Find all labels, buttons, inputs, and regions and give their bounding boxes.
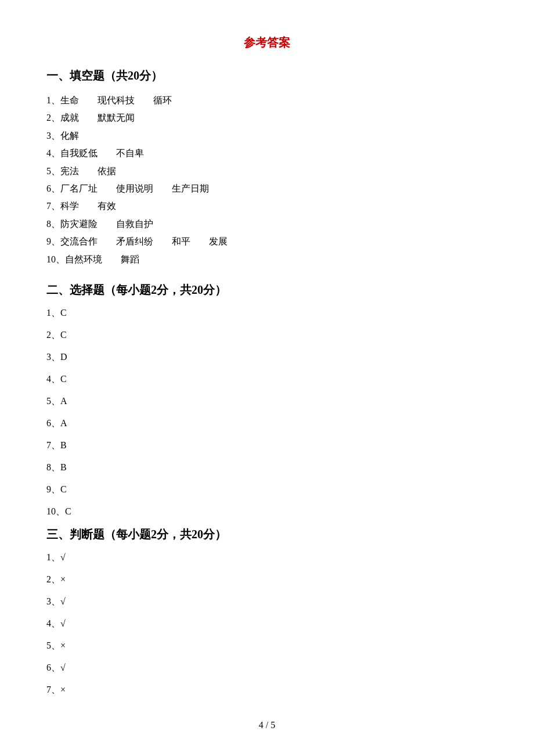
choice-item-6: 6、A [46,416,488,430]
fill-section-title: 一、填空题（共20分） [46,68,488,84]
choice-items: 1、C2、C3、D4、C5、A6、A7、B8、B9、C10、C [46,306,488,519]
fill-item-8: 8、防灾避险 自救自护 [46,215,488,233]
judge-item-5: 5、× [46,639,488,653]
fill-items: 1、生命 现代科技 循环2、成就 默默无闻3、化解4、自我贬低 不自卑5、宪法 … [46,92,488,268]
choice-item-2: 2、C [46,328,488,342]
fill-item-3: 3、化解 [46,127,488,145]
choice-section-title: 二、选择题（每小题2分，共20分） [46,282,488,298]
choice-item-1: 1、C [46,306,488,320]
judge-item-4: 4、√ [46,617,488,631]
judge-item-2: 2、× [46,573,488,586]
fill-item-6: 6、厂名厂址 使用说明 生产日期 [46,180,488,197]
fill-item-1: 1、生命 现代科技 循环 [46,92,488,109]
judge-item-1: 1、√ [46,550,488,564]
fill-item-4: 4、自我贬低 不自卑 [46,145,488,162]
judge-section: 三、判断题（每小题2分，共20分） 1、√2、×3、√4、√5、×6、√7、× [46,527,488,697]
choice-item-9: 9、C [46,483,488,496]
choice-item-8: 8、B [46,460,488,474]
judge-item-6: 6、√ [46,661,488,675]
choice-item-4: 4、C [46,372,488,386]
choice-section: 二、选择题（每小题2分，共20分） 1、C2、C3、D4、C5、A6、A7、B8… [46,282,488,519]
fill-item-5: 5、宪法 依据 [46,163,488,180]
choice-item-10: 10、C [46,505,488,519]
judge-item-3: 3、√ [46,595,488,609]
fill-item-2: 2、成就 默默无闻 [46,109,488,127]
choice-item-7: 7、B [46,438,488,452]
fill-item-10: 10、自然环境 舞蹈 [46,251,488,268]
fill-item-7: 7、科学 有效 [46,197,488,215]
page-title: 参考答案 [46,35,488,51]
judge-section-title: 三、判断题（每小题2分，共20分） [46,527,488,542]
fill-section: 一、填空题（共20分） 1、生命 现代科技 循环2、成就 默默无闻3、化解4、自… [46,68,488,268]
choice-item-3: 3、D [46,350,488,364]
judge-item-7: 7、× [46,683,488,697]
fill-item-9: 9、交流合作 矛盾纠纷 和平 发展 [46,233,488,250]
choice-item-5: 5、A [46,394,488,408]
judge-items: 1、√2、×3、√4、√5、×6、√7、× [46,550,488,697]
page-footer: 4 / 5 [46,720,488,730]
